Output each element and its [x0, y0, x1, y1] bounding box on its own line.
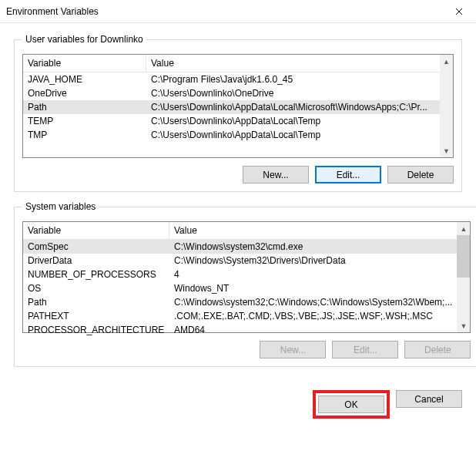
table-header: Variable Value — [23, 222, 457, 240]
system-new-button[interactable]: New... — [260, 341, 326, 358]
table-header: Variable Value — [23, 55, 440, 72]
cell-value: .COM;.EXE;.BAT;.CMD;.VBS;.VBE;.JS;.JSE;.… — [169, 309, 457, 323]
cell-variable: OS — [23, 281, 169, 295]
table-row[interactable]: JAVA_HOME C:\Program Files\Java\jdk1.6.0… — [23, 72, 440, 86]
cancel-button[interactable]: Cancel — [396, 390, 462, 408]
cell-variable: Path — [23, 295, 169, 309]
table-row[interactable]: Path C:\Users\Downlinko\AppData\Local\Mi… — [23, 100, 440, 114]
table-row[interactable]: ComSpec C:\Windows\system32\cmd.exe — [23, 240, 457, 254]
cell-value: AMD64 — [169, 323, 457, 337]
column-header-value[interactable]: Value — [169, 222, 457, 239]
table-row[interactable]: TEMP C:\Users\Downlinko\AppData\Local\Te… — [23, 114, 440, 128]
system-variables-group: System variables Variable Value ComSpec … — [14, 201, 476, 367]
table-row[interactable]: Path C:\Windows\system32;C:\Windows;C:\W… — [23, 295, 457, 309]
cell-value: C:\Windows\system32\cmd.exe — [169, 240, 457, 254]
scroll-up-icon[interactable]: ▲ — [457, 222, 470, 235]
table-row[interactable]: DriverData C:\Windows\System32\Drivers\D… — [23, 254, 457, 268]
table-row[interactable]: TMP C:\Users\Downlinko\AppData\Local\Tem… — [23, 128, 440, 142]
cell-value: C:\Users\Downlinko\AppData\Local\Temp — [146, 114, 440, 128]
cell-value: 4 — [169, 268, 457, 281]
window-title: Environment Variables — [6, 6, 441, 17]
table-row[interactable]: PROCESSOR_ARCHITECTURE AMD64 — [23, 323, 457, 337]
system-variables-table[interactable]: Variable Value ComSpec C:\Windows\system… — [22, 221, 471, 333]
cell-variable: Path — [23, 100, 146, 114]
cell-variable: ComSpec — [23, 240, 169, 254]
table-row[interactable]: PATHEXT .COM;.EXE;.BAT;.CMD;.VBS;.VBE;.J… — [23, 309, 457, 323]
cell-value: C:\Users\Downlinko\AppData\Local\Temp — [146, 128, 440, 142]
user-variables-legend: User variables for Downlinko — [22, 34, 146, 45]
table-row[interactable]: OS Windows_NT — [23, 281, 457, 295]
user-variables-group: User variables for Downlinko Variable Va… — [14, 34, 462, 192]
ok-highlight-box: OK — [313, 390, 390, 419]
scroll-down-icon[interactable]: ▼ — [440, 144, 453, 157]
cell-value: C:\Windows\system32;C:\Windows;C:\Window… — [169, 295, 457, 309]
table-row[interactable]: NUMBER_OF_PROCESSORS 4 — [23, 268, 457, 281]
user-edit-button[interactable]: Edit... — [315, 166, 381, 183]
cell-variable: JAVA_HOME — [23, 72, 146, 86]
ok-button[interactable]: OK — [318, 395, 384, 413]
system-variables-legend: System variables — [22, 201, 99, 212]
cell-variable: TMP — [23, 128, 146, 142]
cell-value: C:\Program Files\Java\jdk1.6.0_45 — [146, 72, 440, 86]
scroll-up-icon[interactable]: ▲ — [440, 55, 453, 68]
cell-variable: PROCESSOR_ARCHITECTURE — [23, 323, 169, 337]
cell-variable: TEMP — [23, 114, 146, 128]
scroll-down-icon[interactable]: ▼ — [457, 319, 470, 332]
scrollbar[interactable]: ▲ ▼ — [440, 55, 453, 157]
scroll-thumb[interactable] — [457, 235, 470, 278]
cell-variable: NUMBER_OF_PROCESSORS — [23, 268, 169, 281]
cell-variable: OneDrive — [23, 86, 146, 100]
user-new-button[interactable]: New... — [243, 166, 309, 183]
system-delete-button[interactable]: Delete — [404, 341, 471, 358]
scroll-track[interactable] — [457, 235, 470, 319]
cell-variable: PATHEXT — [23, 309, 169, 323]
close-icon — [455, 8, 463, 15]
cell-value: C:\Windows\System32\Drivers\DriverData — [169, 254, 457, 268]
scroll-track[interactable] — [440, 68, 453, 144]
close-button[interactable] — [441, 0, 476, 23]
cell-value: Windows_NT — [169, 281, 457, 295]
cell-variable: DriverData — [23, 254, 169, 268]
titlebar: Environment Variables — [0, 0, 476, 23]
user-delete-button[interactable]: Delete — [387, 166, 454, 183]
scrollbar[interactable]: ▲ ▼ — [457, 222, 470, 332]
table-row[interactable]: OneDrive C:\Users\Downlinko\OneDrive — [23, 86, 440, 100]
column-header-variable[interactable]: Variable — [23, 222, 169, 239]
cell-value: C:\Users\Downlinko\OneDrive — [146, 86, 440, 100]
user-variables-table[interactable]: Variable Value JAVA_HOME C:\Program File… — [22, 54, 454, 158]
column-header-variable[interactable]: Variable — [23, 55, 146, 72]
column-header-value[interactable]: Value — [146, 55, 440, 72]
system-edit-button[interactable]: Edit... — [332, 341, 398, 358]
cell-value: C:\Users\Downlinko\AppData\Local\Microso… — [146, 100, 440, 114]
